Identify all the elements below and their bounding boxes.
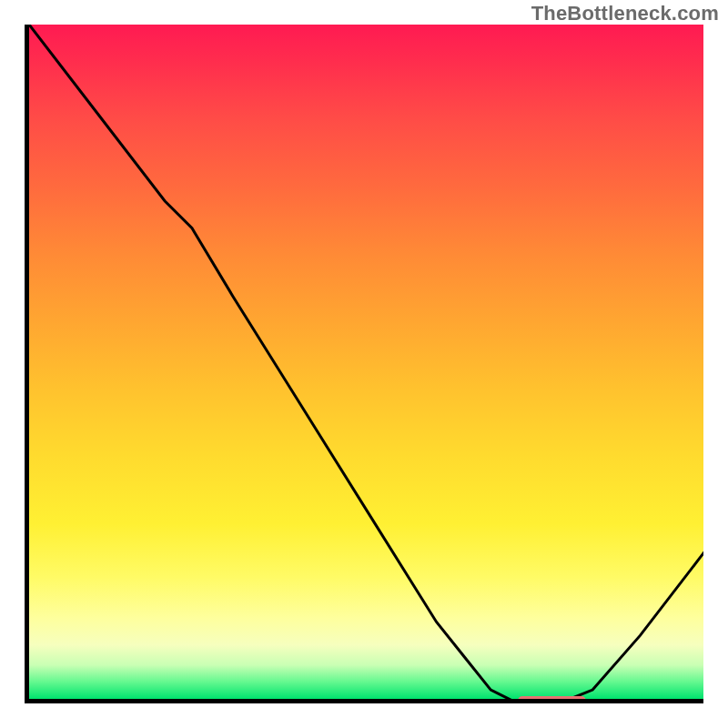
- watermark-text: TheBottleneck.com: [531, 2, 719, 25]
- chart-frame: TheBottleneck.com: [0, 0, 728, 728]
- heat-gradient: [29, 25, 703, 699]
- plot-area: [25, 25, 703, 703]
- optimal-range-marker: [518, 696, 586, 703]
